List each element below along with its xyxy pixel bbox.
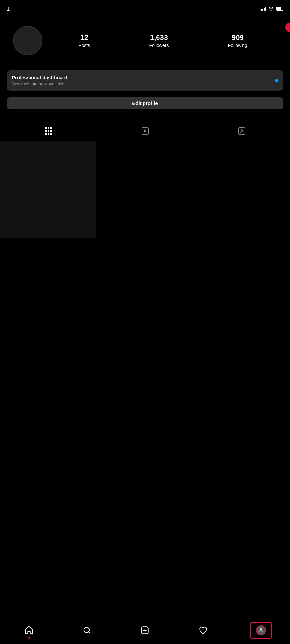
heart-svg [199,626,208,635]
wifi-icon [269,7,274,11]
signal-bar-3 [264,8,265,11]
home-icon [24,626,34,635]
nav-home[interactable] [19,623,39,637]
add-icon [140,626,149,635]
signal-icon [261,7,266,11]
nav-activity[interactable] [193,623,213,637]
search-svg [82,626,91,635]
following-label: Following [228,43,247,48]
pro-dashboard-subtitle: New tools are now available. [12,81,67,86]
signal-bar-4 [265,7,266,11]
grid-tab-icon [44,127,53,135]
avatar-container[interactable] [13,26,42,55]
posts-stat[interactable]: 12 Posts [78,34,90,48]
home-svg [24,626,34,635]
posts-section [0,141,290,433]
status-icons [261,7,283,11]
grid-icon [45,127,52,135]
pro-dashboard-title: Professional dashboard [12,75,67,80]
tab-tagged[interactable] [193,122,290,140]
reels-tab-icon [141,127,149,135]
posts-grid [0,141,290,238]
battery-tip [284,8,284,10]
followers-count: 1,633 [150,34,168,42]
search-icon [82,626,91,635]
svg-point-0 [241,129,242,131]
stats-row: 12 Posts 1,633 Followers 909 Following [49,30,277,51]
edit-profile-button[interactable]: Edit profile [7,97,283,109]
post-cell[interactable] [0,141,96,238]
profile-header: 12 Posts 1,633 Followers 909 Following [0,16,290,65]
reels-play-icon [144,129,147,133]
nav-search[interactable] [77,623,97,637]
pro-dashboard-dot [275,79,278,82]
tab-reels[interactable] [97,122,193,140]
profile-active-border [250,622,272,639]
bottom-nav [0,619,290,644]
nav-profile[interactable] [251,623,271,637]
empty-content-area [0,238,290,433]
tagged-tab-icon [238,127,246,135]
add-svg [140,626,149,635]
tabs-container [0,122,290,140]
status-bar: 1 [0,0,290,16]
reels-icon [142,127,149,135]
nav-add[interactable] [135,623,155,637]
posts-count: 12 [80,34,88,42]
avatar-stats-row: 12 Posts 1,633 Followers 909 Following [7,20,283,59]
signal-bar-2 [262,9,263,11]
home-notification-dot [28,637,30,639]
avatar[interactable] [13,26,42,55]
heart-icon [199,626,208,635]
status-time: 1 [7,6,10,12]
battery-fill [277,7,281,10]
pro-dashboard-text: Professional dashboard New tools are now… [12,75,67,86]
person-tag-icon [240,129,244,133]
posts-label: Posts [78,43,90,48]
following-count: 909 [232,34,244,42]
tagged-icon [238,127,245,135]
signal-bar-1 [261,9,262,11]
battery-icon [276,7,283,11]
pro-dashboard[interactable]: Professional dashboard New tools are now… [7,70,283,91]
profile-info [7,59,283,65]
followers-label: Followers [149,43,169,48]
tab-grid[interactable] [0,122,97,140]
followers-stat[interactable]: 1,633 Followers [149,34,169,48]
following-stat[interactable]: 909 Following [228,34,247,48]
